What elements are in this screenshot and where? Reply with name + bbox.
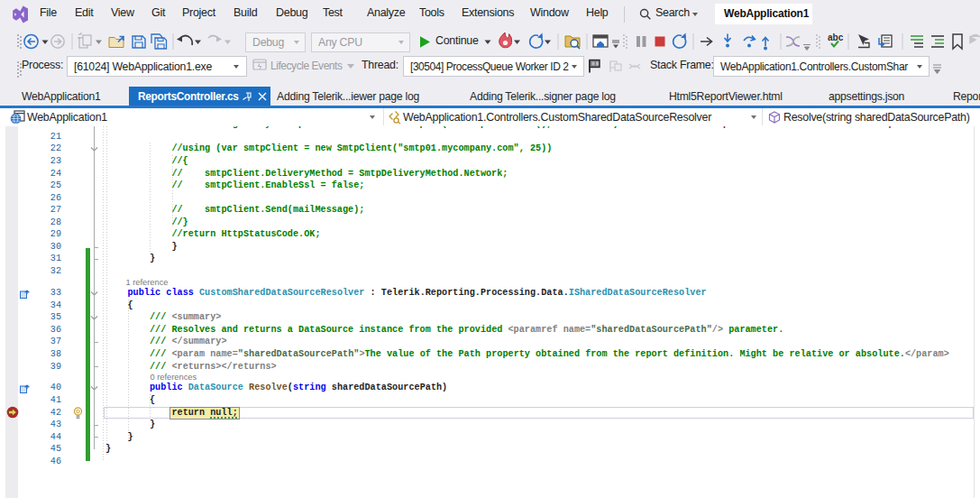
svg-text:abc: abc	[828, 32, 844, 42]
